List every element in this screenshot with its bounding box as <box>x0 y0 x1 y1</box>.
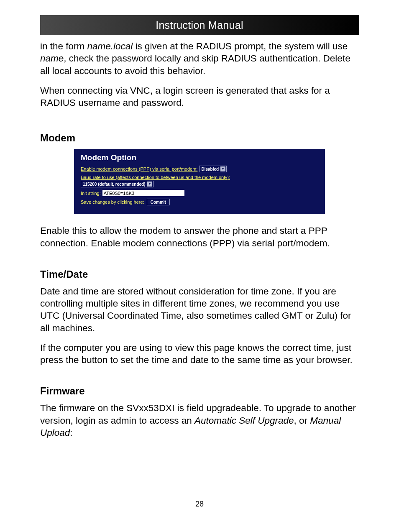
page-number: 28 <box>0 500 399 509</box>
text: is given at the RADIUS prompt, the syste… <box>133 41 348 51</box>
intro-paragraph-2: When connecting via VNC, a login screen … <box>40 84 359 109</box>
modem-init-row: Init string: ATE0S0=1&K3 <box>81 190 318 196</box>
modem-save-label: Save changes by clicking here: <box>81 200 144 205</box>
modem-heading: Modem <box>40 132 359 144</box>
firmware-heading: Firmware <box>40 385 359 397</box>
modem-description: Enable this to allow the modem to answer… <box>40 225 359 249</box>
modem-enable-value: Disabled <box>201 167 219 171</box>
time-paragraph-2: If the computer you are using to view th… <box>40 342 359 366</box>
modem-init-input[interactable]: ATE0S0=1&K3 <box>102 190 184 196</box>
modem-baud-label[interactable]: Baud rate to use (affects connection to … <box>81 175 318 180</box>
modem-baud-row: Baud rate to use (affects connection to … <box>81 175 318 187</box>
intro-paragraph-1: in the form name.local is given at the R… <box>40 40 359 77</box>
text: , check the password locally and skip RA… <box>40 53 350 76</box>
chevron-down-icon: ▾ <box>147 182 152 187</box>
modem-enable-select[interactable]: Disabled ▾ <box>199 166 227 172</box>
text: : <box>70 427 72 438</box>
time-heading: Time/Date <box>40 269 359 280</box>
modem-save-row: Save changes by clicking here: Commit <box>81 199 318 205</box>
header-bar: Instruction Manual <box>40 15 359 35</box>
modem-option-panel: Modem Option Enable modem connections (P… <box>74 149 325 214</box>
italic-autoupgrade: Automatic Self Upgrade <box>194 415 294 426</box>
text: in the form <box>40 41 87 51</box>
text: , or <box>294 415 310 426</box>
chevron-down-icon: ▾ <box>220 166 225 171</box>
header-title: Instruction Manual <box>156 19 243 31</box>
firmware-paragraph-1: The firmware on the SVxx53DXI is field u… <box>40 402 359 439</box>
modem-baud-value: 115200 (default, recommended) <box>83 182 146 187</box>
time-paragraph-1: Date and time are stored without conside… <box>40 285 359 334</box>
commit-button[interactable]: Commit <box>147 199 170 205</box>
modem-panel-title: Modem Option <box>81 153 318 162</box>
modem-enable-label[interactable]: Enable modem connections (PPP) via seria… <box>81 166 197 171</box>
italic-name: name <box>40 53 64 64</box>
modem-enable-row: Enable modem connections (PPP) via seria… <box>81 166 318 172</box>
modem-init-label: Init string: <box>81 191 101 196</box>
italic-namelocal: name.local <box>87 41 133 51</box>
modem-baud-select[interactable]: 115200 (default, recommended) ▾ <box>81 181 153 187</box>
